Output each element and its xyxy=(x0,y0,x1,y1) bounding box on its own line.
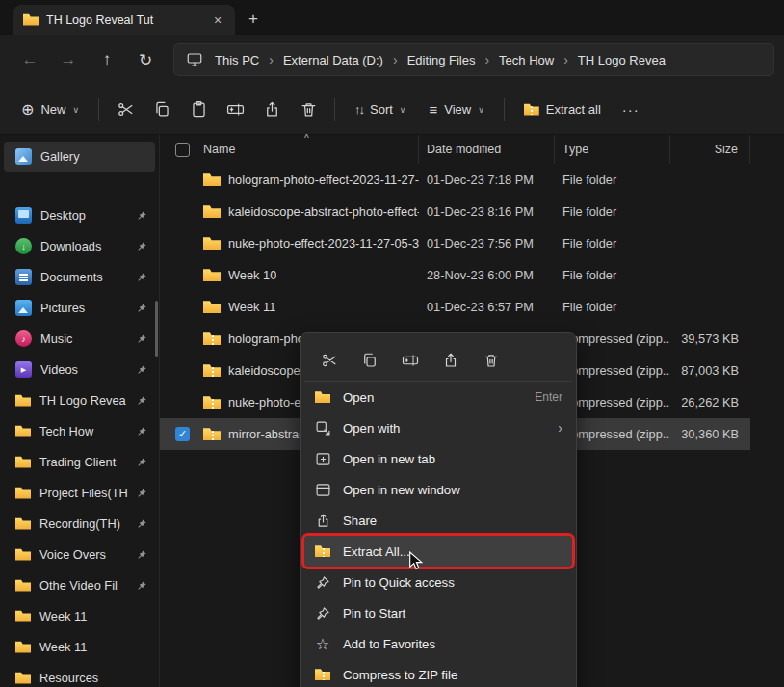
sidebar-item-label: Pictures xyxy=(40,301,128,315)
breadcrumb-current[interactable]: TH Logo Revea xyxy=(572,49,671,71)
table-row[interactable]: Week 11 01-Dec-23 6:57 PM File folder xyxy=(160,291,750,323)
sidebar-item-label: Week 11 xyxy=(39,609,147,623)
menu-item-add-favorites[interactable]: ☆ Add to Favorites xyxy=(304,628,572,659)
refresh-icon[interactable]: ↻ xyxy=(129,44,162,75)
folder-icon xyxy=(15,394,31,407)
breadcrumb-drive[interactable]: External Data (D:) xyxy=(277,49,389,71)
sidebar-scrollbar[interactable] xyxy=(155,301,158,357)
sort-arrows-icon: ↑↓ xyxy=(354,102,363,117)
pin-icon xyxy=(137,395,147,406)
column-header-name[interactable]: Name ^ xyxy=(160,135,419,164)
sidebar-item-resources[interactable]: Resources xyxy=(4,663,155,687)
toolbar-separator xyxy=(98,98,99,121)
rename-button[interactable] xyxy=(219,94,251,125)
select-all-checkbox[interactable] xyxy=(175,143,190,157)
sort-button[interactable]: ↑↓ Sort ∨ xyxy=(345,95,415,123)
cut-button[interactable] xyxy=(312,344,347,377)
menu-item-share[interactable]: Share xyxy=(304,505,572,536)
delete-button[interactable] xyxy=(292,94,325,125)
close-tab-icon[interactable]: × xyxy=(208,11,227,30)
sidebar-item-voice-overs[interactable]: Voice Overs xyxy=(4,540,155,569)
chevron-right-icon[interactable]: › xyxy=(389,52,402,67)
view-button[interactable]: ≡ View ∨ xyxy=(419,94,493,124)
back-icon[interactable]: ← xyxy=(13,44,46,75)
toolbar-separator xyxy=(334,98,335,121)
sidebar-item-trading-client[interactable]: Trading Client xyxy=(4,447,155,477)
sidebar-item-recording[interactable]: Recording(TH) xyxy=(4,509,155,539)
table-row[interactable]: Week 10 28-Nov-23 6:00 PM File folder xyxy=(160,259,750,291)
zip-folder-icon xyxy=(203,428,221,441)
new-button[interactable]: ⊕ New ∨ xyxy=(12,93,89,125)
chevron-right-icon[interactable]: › xyxy=(560,52,572,67)
sidebar-item-other-video-files[interactable]: Othe Video Fil xyxy=(4,570,155,600)
copy-icon xyxy=(361,352,379,369)
paste-button[interactable] xyxy=(182,94,215,125)
plus-circle-icon: ⊕ xyxy=(21,100,34,119)
copy-button[interactable] xyxy=(353,344,387,377)
sidebar-item-downloads[interactable]: ↓ Downloads xyxy=(4,231,155,261)
column-header-type[interactable]: Type xyxy=(555,135,670,164)
menu-item-open-new-tab[interactable]: Open in new tab xyxy=(304,443,572,474)
more-options-button[interactable]: ··· xyxy=(614,94,647,125)
breadcrumb-editing-files[interactable]: Editing Files xyxy=(402,49,482,71)
rename-button[interactable] xyxy=(393,344,428,377)
menu-item-extract-all[interactable]: Extract All... xyxy=(304,536,572,567)
tab-title: TH Logo Reveal Tut xyxy=(46,13,200,27)
menu-item-label: Open in new tab xyxy=(343,452,562,466)
sidebar-item-label: Project Files(TH xyxy=(39,486,128,500)
menu-item-open-with[interactable]: Open with › xyxy=(304,412,572,443)
sidebar-item-th-logo-reveal[interactable]: TH Logo Revea xyxy=(4,385,155,415)
chevron-right-icon[interactable]: › xyxy=(265,52,277,67)
titlebar: TH Logo Reveal Tut × + xyxy=(0,0,784,35)
trash-icon xyxy=(300,100,318,119)
documents-icon xyxy=(15,269,32,285)
sidebar-item-videos[interactable]: ▶ Videos xyxy=(4,355,155,384)
sidebar-item-project-files[interactable]: Project Files(TH xyxy=(4,478,155,508)
share-icon xyxy=(315,513,331,529)
file-size: 30,360 KB xyxy=(670,427,750,441)
file-name: kaleidoscope-abstract-photo-effect-2... xyxy=(228,204,419,219)
new-tab-button[interactable]: + xyxy=(248,10,258,29)
share-button[interactable] xyxy=(255,94,288,125)
breadcrumb-tech-how[interactable]: Tech How xyxy=(493,49,560,71)
pin-icon xyxy=(137,210,147,221)
up-icon[interactable]: ↑ xyxy=(91,44,123,75)
menu-item-open-new-window[interactable]: Open in new window xyxy=(304,474,572,505)
cut-button[interactable] xyxy=(109,94,142,125)
sidebar-item-documents[interactable]: Documents xyxy=(4,262,155,292)
table-row[interactable]: kaleidoscope-abstract-photo-effect-2... … xyxy=(160,196,750,227)
column-header-size[interactable]: Size xyxy=(670,135,750,164)
column-header-date[interactable]: Date modified xyxy=(419,135,555,164)
menu-item-label: Pin to Quick access xyxy=(343,575,562,590)
extract-all-button[interactable]: Extract all xyxy=(514,95,611,123)
row-checkbox-checked[interactable]: ✓ xyxy=(175,427,190,441)
folder-icon xyxy=(23,13,39,26)
copy-button[interactable] xyxy=(145,94,178,125)
forward-icon[interactable]: → xyxy=(52,44,85,75)
copy-icon xyxy=(153,100,171,119)
breadcrumb[interactable]: This PC › External Data (D:) › Editing F… xyxy=(173,43,774,76)
menu-item-pin-to-start[interactable]: Pin to Start xyxy=(304,597,572,628)
menu-item-pin-quick-access[interactable]: Pin to Quick access xyxy=(304,567,572,597)
breadcrumb-this-pc[interactable]: This PC xyxy=(209,49,265,71)
chevron-right-icon[interactable]: › xyxy=(481,52,493,67)
sidebar-item-week-11-2[interactable]: Week 11 xyxy=(4,632,155,662)
share-button[interactable] xyxy=(433,344,468,377)
desktop-icon xyxy=(15,207,32,224)
menu-item-open[interactable]: Open Enter xyxy=(304,382,572,412)
sidebar-item-desktop[interactable]: Desktop xyxy=(4,200,155,230)
sidebar-item-pictures[interactable]: Pictures xyxy=(4,293,155,323)
folder-icon xyxy=(15,579,31,592)
table-row[interactable]: hologram-photo-effect-2023-11-27-0... 01… xyxy=(160,164,750,196)
sidebar-item-gallery[interactable]: Gallery xyxy=(4,142,155,172)
delete-button[interactable] xyxy=(474,344,509,377)
menu-item-compress-zip[interactable]: Compress to ZIP file xyxy=(304,659,572,687)
explorer-tab[interactable]: TH Logo Reveal Tut × xyxy=(13,5,235,35)
table-row[interactable]: nuke-photo-effect-2023-11-27-05-31-... 0… xyxy=(160,227,750,259)
sidebar-item-week-11[interactable]: Week 11 xyxy=(4,601,155,631)
sidebar-item-music[interactable]: ♪ Music xyxy=(4,324,155,354)
file-type: File folder xyxy=(555,236,670,251)
sidebar-item-tech-how[interactable]: Tech How xyxy=(4,416,155,446)
folder-icon xyxy=(15,456,31,468)
sidebar-item-label: Documents xyxy=(40,270,128,284)
